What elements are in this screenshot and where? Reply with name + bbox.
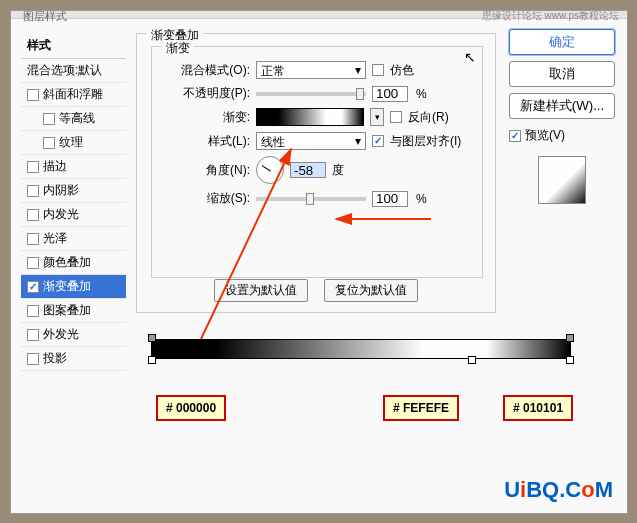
defaults-row: 设置为默认值 复位为默认值 [137,279,495,302]
style-item-pattern-overlay[interactable]: 图案叠加 [21,299,126,323]
checkbox-icon[interactable] [27,329,39,341]
row-gradient: 渐变: ▾ 反向(R) [162,108,472,126]
row-style: 样式(L): 线性 ▾ 与图层对齐(I) [162,132,472,150]
color-stop-handle[interactable] [468,356,476,364]
scale-slider[interactable] [256,197,366,201]
row-angle: 角度(N): 度 [162,156,472,184]
checkbox-icon[interactable] [43,113,55,125]
percent-label: % [416,192,427,206]
blend-options-label: 混合选项:默认 [27,62,102,79]
preview-label: 预览(V) [525,127,565,144]
style-item-bevel[interactable]: 斜面和浮雕 [21,83,126,107]
cursor-icon: ↖ [464,49,476,65]
styles-panel: 样式 混合选项:默认 斜面和浮雕 等高线 纹理 描边 内阴影 内发光 光泽 颜色… [21,33,126,371]
dialog-header: 图层样式 思缘设计论坛 www.ps教程论坛 [11,11,627,19]
style-label: 内发光 [43,206,79,223]
style-type-select[interactable]: 线性 ▾ [256,132,366,150]
gradient-swatch[interactable] [256,108,364,126]
style-label: 纹理 [59,134,83,151]
row-opacity: 不透明度(P): % [162,85,472,102]
reset-default-button[interactable]: 复位为默认值 [324,279,418,302]
dialog-body: 样式 混合选项:默认 斜面和浮雕 等高线 纹理 描边 内阴影 内发光 光泽 颜色… [11,19,627,513]
cancel-button[interactable]: 取消 [509,61,615,87]
percent-label: % [416,87,427,101]
angle-input[interactable] [290,162,326,178]
preview-checkbox[interactable] [509,130,521,142]
style-item-satin[interactable]: 光泽 [21,227,126,251]
row-blend-mode: 混合模式(O): 正常 ▾ 仿色 [162,61,472,79]
set-default-button[interactable]: 设置为默认值 [214,279,308,302]
style-label: 内阴影 [43,182,79,199]
checkbox-icon[interactable] [27,257,39,269]
reverse-checkbox[interactable] [390,111,402,123]
style-label: 颜色叠加 [43,254,91,271]
dither-label: 仿色 [390,62,414,79]
dither-checkbox[interactable] [372,64,384,76]
scale-input[interactable] [372,191,408,207]
gradient-group: 渐变 混合模式(O): 正常 ▾ 仿色 不透明度(P): % 渐变: [151,46,483,278]
style-label: 渐变叠加 [43,278,91,295]
layer-style-dialog: 图层样式 思缘设计论坛 www.ps教程论坛 样式 混合选项:默认 斜面和浮雕 … [10,10,628,514]
opacity-label: 不透明度(P): [162,85,250,102]
action-buttons-column: 确定 取消 新建样式(W)... 预览(V) [509,29,615,210]
angle-unit: 度 [332,162,344,179]
style-item-drop-shadow[interactable]: 投影 [21,347,126,371]
angle-label: 角度(N): [162,162,250,179]
style-label: 光泽 [43,230,67,247]
checkbox-icon[interactable] [27,305,39,317]
color-stop-handle[interactable] [566,356,574,364]
style-label: 等高线 [59,110,95,127]
style-type-label: 样式(L): [162,133,250,150]
blend-options-default[interactable]: 混合选项:默认 [21,59,126,83]
align-checkbox[interactable] [372,135,384,147]
gradient-label: 渐变: [162,109,250,126]
opacity-stop-handle[interactable] [566,334,574,342]
scale-label: 缩放(S): [162,190,250,207]
style-item-inner-glow[interactable]: 内发光 [21,203,126,227]
checkbox-icon[interactable] [27,89,39,101]
align-label: 与图层对齐(I) [390,133,461,150]
color-tag-3: # 010101 [503,395,573,421]
style-item-contour[interactable]: 等高线 [21,107,126,131]
checkbox-icon[interactable] [27,185,39,197]
style-label: 斜面和浮雕 [43,86,103,103]
checkbox-icon[interactable] [27,353,39,365]
style-label: 外发光 [43,326,79,343]
blend-mode-label: 混合模式(O): [162,62,250,79]
style-item-gradient-overlay[interactable]: 渐变叠加 [21,275,126,299]
color-stop-handle[interactable] [148,356,156,364]
color-tag-2: # FEFEFE [383,395,459,421]
checkbox-icon[interactable] [27,161,39,173]
group-title: 渐变 [162,40,194,57]
style-item-texture[interactable]: 纹理 [21,131,126,155]
style-label: 投影 [43,350,67,367]
gradient-dropdown-icon[interactable]: ▾ [370,108,384,126]
styles-header: 样式 [21,33,126,59]
style-label: 描边 [43,158,67,175]
style-item-color-overlay[interactable]: 颜色叠加 [21,251,126,275]
style-item-outer-glow[interactable]: 外发光 [21,323,126,347]
style-type-value: 线性 [261,135,285,149]
style-item-stroke[interactable]: 描边 [21,155,126,179]
gradient-editor-bar[interactable] [151,339,571,359]
gradient-overlay-pane: 渐变叠加 渐变 混合模式(O): 正常 ▾ 仿色 不透明度(P): % [136,33,496,313]
color-tag-1: # 000000 [156,395,226,421]
footer-watermark: UiBQ.CoM [504,477,613,503]
blend-mode-value: 正常 [261,64,285,78]
checkbox-icon[interactable] [27,209,39,221]
style-item-inner-shadow[interactable]: 内阴影 [21,179,126,203]
opacity-slider[interactable] [256,92,366,96]
checkbox-icon[interactable] [27,281,39,293]
reverse-label: 反向(R) [408,109,449,126]
style-label: 图案叠加 [43,302,91,319]
opacity-stop-handle[interactable] [148,334,156,342]
row-scale: 缩放(S): % [162,190,472,207]
opacity-input[interactable] [372,86,408,102]
checkbox-icon[interactable] [43,137,55,149]
checkbox-icon[interactable] [27,233,39,245]
preview-swatch [538,156,586,204]
angle-dial[interactable] [256,156,284,184]
blend-mode-select[interactable]: 正常 ▾ [256,61,366,79]
new-style-button[interactable]: 新建样式(W)... [509,93,615,119]
ok-button[interactable]: 确定 [509,29,615,55]
